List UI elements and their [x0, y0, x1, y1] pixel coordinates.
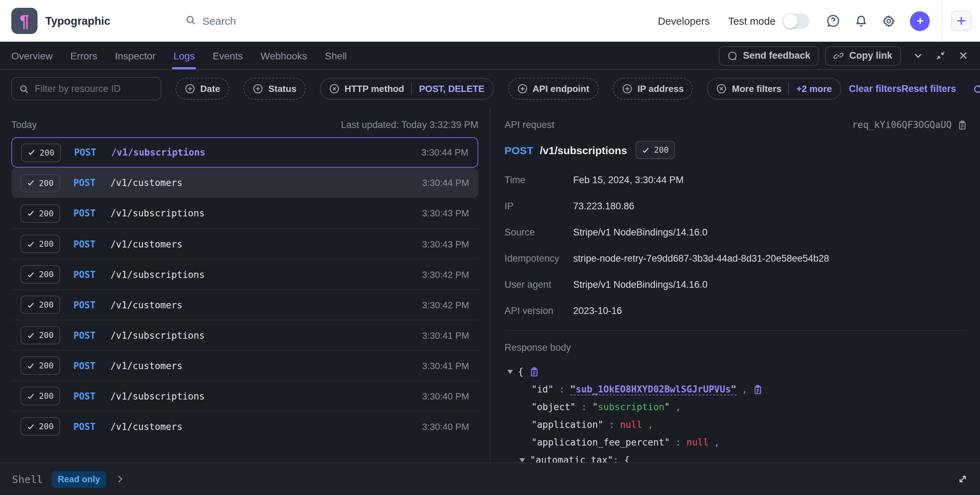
filter-pill-ip-address[interactable]: IP address	[613, 78, 693, 100]
tab-inspector[interactable]: Inspector	[115, 42, 156, 69]
field-label: API version	[504, 306, 573, 316]
json-value-null: null	[620, 419, 642, 430]
status-code: 200	[39, 361, 54, 371]
refresh-logs-link[interactable]: Refresh logs	[973, 83, 980, 94]
log-row[interactable]: 200POST/v1/subscriptions3:30:42 PM	[11, 259, 478, 289]
last-updated: Last updated: Today 3:32:39 PM	[341, 119, 478, 130]
row-time: 3:30:40 PM	[422, 421, 469, 432]
caret-down-icon[interactable]	[519, 458, 525, 462]
group-label: Today	[11, 119, 37, 130]
json-value-link[interactable]: "sub_1OkEO8HXYD02BwlSGJrUPVUs"	[570, 384, 737, 395]
row-path: /v1/customers	[110, 300, 183, 310]
filter-pill-label: HTTP method	[345, 83, 404, 94]
field-label: Idempotency	[504, 253, 573, 264]
copy-link-button[interactable]: Copy link	[825, 46, 901, 65]
check-icon	[27, 270, 35, 278]
log-row[interactable]: 200POST/v1/subscriptions3:30:43 PM	[11, 198, 478, 228]
status-code: 200	[39, 270, 54, 279]
log-row[interactable]: 200POST/v1/customers3:30:42 PM	[11, 289, 478, 320]
tab-logs[interactable]: Logs	[173, 42, 195, 69]
caret-down-icon[interactable]	[508, 370, 513, 374]
row-time: 3:30:42 PM	[422, 269, 469, 280]
status-code: 200	[654, 145, 669, 155]
tab-events[interactable]: Events	[213, 42, 243, 69]
global-search[interactable]: Search	[185, 14, 236, 27]
test-mode-label: Test mode	[728, 15, 775, 27]
detail-field-source: SourceStripe/v1 NodeBindings/14.16.0	[504, 227, 967, 238]
tab-errors[interactable]: Errors	[70, 42, 97, 69]
settings-gear-icon[interactable]	[882, 14, 895, 27]
tab-webhooks[interactable]: Webhooks	[261, 42, 307, 69]
log-row[interactable]: 200POST/v1/subscriptions3:30:41 PM	[11, 320, 478, 350]
search-icon	[185, 14, 196, 27]
chevron-right-icon[interactable]	[116, 474, 125, 484]
expand-shell-icon[interactable]	[957, 474, 968, 484]
row-method: POST	[73, 178, 96, 188]
clear-filters-link[interactable]: Clear filters	[849, 83, 902, 94]
plus-circle-icon	[253, 83, 263, 94]
json-line: "id" : "sub_1OkEO8HXYD02BwlSGJrUPVUs" ,	[504, 381, 967, 398]
copy-value-icon[interactable]	[753, 384, 763, 394]
json-key: "application"	[531, 419, 604, 430]
log-row[interactable]: 200POST/v1/customers3:30:43 PM	[11, 228, 478, 259]
row-method: POST	[73, 421, 96, 432]
log-row[interactable]: 200POST/v1/customers3:30:41 PM	[11, 350, 478, 381]
filter-pill-date[interactable]: Date	[175, 78, 229, 100]
row-time: 3:30:44 PM	[422, 147, 468, 158]
reset-filters-link[interactable]: Reset filters	[902, 83, 956, 94]
pill-divider	[411, 83, 412, 95]
filter-pills: DateStatusHTTP methodPOST, DELETEAPI end…	[161, 78, 841, 100]
status-code: 200	[39, 208, 54, 218]
resource-id-filter-input[interactable]: Filter by resource ID	[11, 77, 161, 100]
status-badge: 200	[635, 141, 675, 159]
close-icon[interactable]	[958, 50, 969, 61]
check-icon	[27, 179, 35, 187]
filter-pill-label: API endpoint	[533, 83, 589, 94]
detail-field-time: TimeFeb 15, 2024, 3:30:44 PM	[504, 175, 967, 185]
json-line: "application" : null ,	[504, 416, 967, 433]
json-key: "id"	[531, 384, 554, 395]
row-path: /v1/customers	[110, 239, 183, 249]
status-code: 200	[39, 422, 54, 432]
collapse-icon[interactable]	[935, 50, 946, 61]
tab-shell[interactable]: Shell	[325, 42, 347, 69]
status-badge: 200	[21, 265, 60, 284]
developers-link[interactable]: Developers	[658, 15, 710, 27]
main-content: Today Last updated: Today 3:32:39 PM 200…	[0, 108, 980, 468]
refresh-icon	[973, 84, 980, 94]
brand-logo-pilcrow-icon[interactable]: ¶	[11, 8, 38, 34]
log-row[interactable]: 200POST/v1/subscriptions3:30:40 PM	[11, 381, 478, 411]
copy-value-icon[interactable]	[529, 366, 539, 376]
check-icon	[27, 240, 35, 248]
filter-pill-api-endpoint[interactable]: API endpoint	[508, 78, 598, 100]
log-row[interactable]: 200POST/v1/subscriptions3:30:44 PM	[11, 137, 478, 168]
send-feedback-button[interactable]: Send feedback	[719, 46, 819, 65]
notifications-bell-icon[interactable]	[855, 14, 867, 27]
help-icon[interactable]	[826, 14, 840, 28]
filter-pill-http-method[interactable]: HTTP methodPOST, DELETE	[320, 78, 493, 100]
copy-request-id-icon[interactable]	[957, 120, 967, 130]
row-time: 3:30:43 PM	[422, 239, 469, 249]
log-row[interactable]: 200POST/v1/customers3:30:40 PM	[11, 411, 478, 441]
field-label: Source	[504, 227, 573, 238]
request-method: POST	[504, 144, 533, 156]
status-badge: 200	[21, 387, 60, 405]
create-button[interactable]	[910, 11, 930, 31]
field-value: stripe-node-retry-7e9dd687-3b3d-44ad-8d3…	[573, 253, 829, 264]
filter-bar: Filter by resource ID DateStatusHTTP met…	[0, 70, 980, 108]
tab-overview[interactable]: Overview	[11, 42, 53, 69]
row-method: POST	[73, 360, 96, 371]
json-colon: :	[670, 437, 686, 447]
chevron-down-icon[interactable]	[913, 50, 923, 61]
add-panel-button[interactable]	[951, 11, 972, 31]
developers-tab-bar: OverviewErrorsInspectorLogsEventsWebhook…	[0, 42, 980, 70]
field-value: Feb 15, 2024, 3:30:44 PM	[573, 175, 684, 185]
log-row[interactable]: 200POST/v1/customers3:30:44 PM	[11, 168, 478, 198]
request-id: req_kYi06QF3OGQaUQ	[852, 119, 952, 130]
status-code: 200	[39, 330, 54, 340]
filter-pill-status[interactable]: Status	[243, 78, 305, 100]
filter-pill-more-filters[interactable]: More filters+2 more	[707, 78, 841, 100]
status-badge: 200	[21, 174, 60, 192]
filter-pill-value: POST, DELETE	[419, 83, 484, 94]
test-mode-toggle[interactable]	[783, 13, 810, 29]
